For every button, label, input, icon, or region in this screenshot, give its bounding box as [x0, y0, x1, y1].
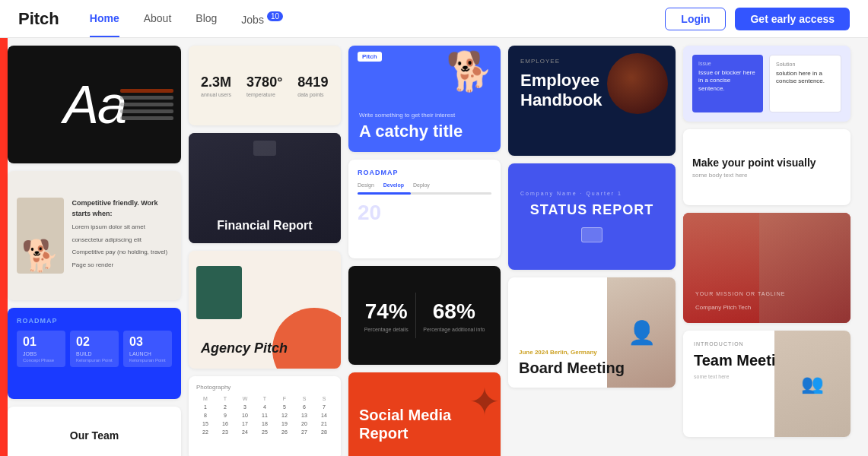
- login-button[interactable]: Login: [665, 8, 726, 30]
- mission-sub: Company Pitch Tech: [695, 304, 838, 311]
- status-report-card[interactable]: Company Name · Quarter 1 STATUS REPORT: [508, 163, 676, 270]
- team-meeting-card[interactable]: 👥 INTRODUCTION Team Meeting some text he…: [683, 331, 851, 437]
- stats-divider: [415, 293, 416, 338]
- dog-image: 🐕: [17, 198, 64, 274]
- pitch-badge: Pitch: [358, 52, 382, 62]
- status-icon: [581, 227, 603, 242]
- stats-card[interactable]: 2.3M annual users 3780° temperature 8419…: [189, 46, 341, 125]
- roadmap-step-1: 01 JOBS Concept Phase: [17, 331, 65, 367]
- status-company: Company Name · Quarter 1: [520, 191, 622, 196]
- nav-home[interactable]: Home: [90, 12, 119, 26]
- typography-card[interactable]: Aa: [8, 46, 181, 163]
- make-point-sub: some body text here: [692, 172, 841, 179]
- calendar-grid: MTW TFSS 123 4567 8910 11121314 151617 1…: [196, 395, 333, 435]
- column-5: Issue Issue or blocker here in a concise…: [683, 46, 851, 448]
- nav-about[interactable]: About: [144, 12, 172, 26]
- status-title: STATUS REPORT: [530, 202, 653, 218]
- stat-3: 8419 data points: [297, 74, 328, 97]
- typography-display: Aa: [63, 74, 126, 135]
- job-posting-card[interactable]: 🐕 Competitive friendly. Work starts when…: [8, 171, 181, 300]
- agency-pitch-card[interactable]: Agency Pitch: [189, 251, 341, 369]
- left-accent-strip: [0, 38, 8, 456]
- logo[interactable]: Pitch: [18, 9, 59, 29]
- jobs-badge: 10: [267, 11, 283, 21]
- roadmap-step-2: 02 BUILD Kelompuran Point: [70, 331, 119, 367]
- dark-stat-2: 68% Percentage additional info: [423, 299, 485, 332]
- header-actions: Login Get early access: [665, 8, 850, 30]
- nav-jobs[interactable]: Jobs10: [241, 12, 283, 26]
- agency-circle-deco: [272, 308, 341, 369]
- board-title: Board Meeting: [519, 359, 665, 377]
- job-text: Competitive friendly. Work starts when: …: [72, 198, 172, 274]
- board-meeting-card[interactable]: 👤 June 2024 Berlin, Germany Board Meetin…: [508, 277, 676, 388]
- roadmap-light-label: ROADMAP: [358, 169, 491, 176]
- employee-handbook-card[interactable]: EMPLOYEE Employee Handbook: [508, 46, 676, 156]
- catchy-content: Write something to get their interest A …: [359, 112, 463, 141]
- stat-2: 3780° temperature: [246, 74, 282, 97]
- roadmap-bg-nums: 20: [358, 201, 491, 225]
- roadmap-stages: Design Develop Deploy: [358, 182, 491, 188]
- column-2: 2.3M annual users 3780° temperature 8419…: [189, 46, 341, 448]
- stat-1: 2.3M annual users: [201, 74, 231, 97]
- agency-title: Agency Pitch: [201, 340, 288, 356]
- nav-blog[interactable]: Blog: [196, 12, 217, 26]
- agency-rect-deco: [196, 266, 242, 319]
- employee-title: Employee Handbook: [520, 71, 663, 111]
- catchy-title-card[interactable]: Pitch 🐕 Write something to get their int…: [348, 46, 501, 152]
- column-3: Pitch 🐕 Write something to get their int…: [348, 46, 501, 448]
- header: Pitch Home About Blog Jobs10 Login Get e…: [0, 0, 868, 38]
- roadmap-steps: 01 JOBS Concept Phase 02 BUILD Kelompura…: [17, 331, 172, 367]
- team-meeting-photo: 👥: [774, 331, 851, 437]
- problem-box: Issue Issue or blocker here in a concise…: [692, 55, 763, 112]
- social-media-card[interactable]: ✦ Social Media Report: [348, 372, 501, 456]
- cta-button[interactable]: Get early access: [735, 8, 850, 30]
- solution-box: Solution solution here in a concise sent…: [769, 55, 841, 112]
- mission-card[interactable]: YOUR MISSION OR TAGLINE Company Pitch Te…: [683, 213, 851, 323]
- column-4: EMPLOYEE Employee Handbook Company Name …: [508, 46, 676, 448]
- roadmap-light-card[interactable]: ROADMAP Design Develop Deploy 20: [348, 160, 501, 258]
- calendar-header: Photography: [196, 384, 333, 391]
- financial-report-card[interactable]: Financial Report: [189, 133, 341, 243]
- mission-label: YOUR MISSION OR TAGLINE: [695, 291, 838, 296]
- stats-row: 2.3M annual users 3780° temperature 8419…: [201, 74, 329, 97]
- nav: Home About Blog Jobs10: [90, 12, 666, 26]
- roadmap-card[interactable]: ROADMAP 01 JOBS Concept Phase 02 BUILD K…: [8, 308, 181, 399]
- financial-icon: [253, 141, 276, 156]
- roadmap-label: ROADMAP: [17, 317, 172, 325]
- color-swatches: [120, 46, 173, 163]
- template-grid: Aa 🐕 Competitive friendly. Work starts w…: [0, 38, 868, 456]
- roadmap-progress-bar: [358, 192, 491, 195]
- dark-stat-1: 74% Percentage details: [364, 299, 409, 332]
- make-point-card[interactable]: Make your point visually some body text …: [683, 129, 851, 205]
- calendar-card[interactable]: Photography MTW TFSS 123 4567 8910 11121…: [189, 376, 341, 456]
- catchy-mascot: 🐕: [446, 49, 493, 93]
- roadmap-step-3: 03 LAUNCH Kelompuran Point: [123, 331, 172, 367]
- dark-stats-card[interactable]: 74% Percentage details 68% Percentage ad…: [348, 266, 501, 365]
- make-point-title: Make your point visually: [692, 157, 841, 169]
- our-team-card[interactable]: Our Team: [8, 407, 181, 456]
- social-title: Social Media Report: [359, 406, 490, 442]
- column-1: Aa 🐕 Competitive friendly. Work starts w…: [8, 46, 181, 448]
- financial-title: Financial Report: [217, 219, 312, 233]
- problem-solution-card[interactable]: Issue Issue or blocker here in a concise…: [683, 46, 851, 122]
- our-team-title: Our Team: [70, 429, 119, 442]
